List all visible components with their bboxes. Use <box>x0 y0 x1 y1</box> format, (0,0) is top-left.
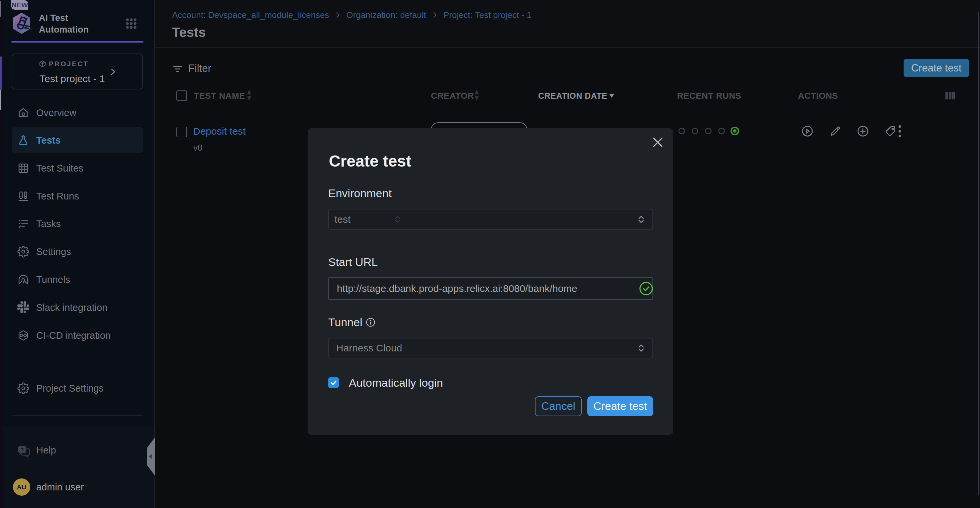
svg-text:?: ? <box>21 447 24 452</box>
